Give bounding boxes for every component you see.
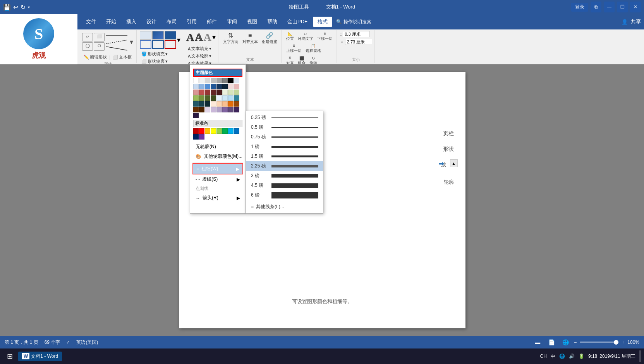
color-cell[interactable]	[193, 95, 199, 101]
shape-outline-btn[interactable]: ⬜形状轮廓▾	[140, 58, 169, 64]
color-cell[interactable]	[199, 90, 204, 95]
input-mode[interactable]: 中	[551, 353, 555, 360]
group-btn[interactable]: ⬛组合	[296, 55, 307, 65]
color-cell[interactable]	[222, 78, 228, 83]
color-cell[interactable]	[211, 101, 216, 107]
color-cell[interactable]	[234, 90, 239, 95]
text-direction-btn[interactable]: ⇅ 文字方向	[222, 31, 240, 45]
text-align-btn[interactable]: ≡ 对齐文本	[241, 31, 259, 45]
restore-button2[interactable]: ⧉	[591, 2, 601, 12]
lineweight-item[interactable]: 3 磅	[246, 171, 323, 181]
text-effect-btn[interactable]: A文本效果▾	[186, 60, 213, 64]
other-outline-option[interactable]: 🎨 其他轮廓颜色(M)...	[192, 152, 243, 161]
lineweight-item[interactable]: 4.5 磅	[246, 181, 323, 190]
menu-layout[interactable]: 布局	[162, 17, 181, 27]
weight-option[interactable]: ≡ 粗细(W) ▶	[192, 163, 243, 174]
color-cell[interactable]	[216, 78, 222, 83]
wordart-a2[interactable]: A	[195, 31, 203, 43]
no-outline-option[interactable]: 无轮廓(N)	[192, 142, 243, 152]
view-web-btn[interactable]: 🌐	[560, 337, 571, 348]
color-cell[interactable]	[222, 95, 228, 101]
art-expand[interactable]: ▾	[212, 33, 216, 41]
menu-view[interactable]: 视图	[242, 17, 262, 27]
color-cell[interactable]	[216, 84, 222, 89]
color-cell[interactable]	[211, 90, 216, 95]
undo-icon[interactable]: ↩	[13, 3, 18, 11]
style-swatch-2[interactable]	[152, 31, 164, 40]
color-cell[interactable]	[222, 84, 228, 89]
color-cell[interactable]	[228, 84, 234, 89]
lineweight-item[interactable]: 0.75 磅	[246, 132, 323, 142]
color-cell[interactable]	[199, 95, 204, 101]
create-link-btn[interactable]: 🔗 创建链接	[260, 31, 279, 45]
arrow-option[interactable]: → 箭头(R) ▶	[192, 193, 243, 203]
wordart-a3[interactable]: A	[203, 31, 211, 43]
style-swatch-3[interactable]	[165, 31, 176, 40]
color-cell[interactable]	[228, 107, 234, 112]
show-desktop-btn[interactable]	[639, 350, 641, 362]
color-cell[interactable]	[205, 84, 210, 89]
color-cell[interactable]	[205, 90, 210, 95]
lineweight-item[interactable]: 2.25 磅	[246, 161, 323, 171]
save-icon[interactable]: 💾	[3, 3, 11, 11]
color-cell[interactable]	[205, 78, 210, 83]
text-outline-btn[interactable]: A文本轮廓▾	[186, 52, 213, 60]
shape-tool-1[interactable]: ▱	[82, 33, 93, 41]
view-normal-btn[interactable]: ▬	[532, 337, 543, 348]
send-back-btn[interactable]: ⬇上移一层	[285, 43, 303, 54]
ch-indicator[interactable]: CH	[540, 354, 547, 359]
redo-icon[interactable]: ↻	[21, 3, 26, 11]
shape-fill-btn[interactable]: 🪣形状填充▾	[140, 50, 169, 58]
height-input[interactable]	[343, 31, 370, 37]
lineweight-item[interactable]: 0.25 磅	[246, 113, 323, 122]
color-cell[interactable]	[234, 101, 239, 107]
style-swatch-5[interactable]	[152, 40, 164, 49]
color-cell[interactable]	[211, 107, 216, 112]
menu-insert[interactable]: 插入	[122, 17, 141, 27]
search-bar[interactable]: 🔍 操作说明搜索	[336, 19, 371, 25]
color-cell[interactable]	[216, 107, 222, 112]
menu-mail[interactable]: 邮件	[202, 17, 222, 27]
dashes-option[interactable]: - - 虚线(S) ▶	[192, 174, 243, 184]
edit-shape-btn[interactable]: ✏️编辑形状	[82, 53, 108, 61]
close-button[interactable]: ✕	[630, 2, 641, 12]
shape-tool-2[interactable]: ⬜	[94, 33, 105, 41]
style-swatch-4[interactable]	[140, 40, 151, 49]
color-cell[interactable]	[222, 128, 228, 134]
rotate-btn[interactable]: ↻旋转	[308, 55, 319, 65]
share-icon[interactable]: 👤	[622, 19, 628, 25]
wordart-a1[interactable]: A	[186, 31, 194, 43]
menu-help[interactable]: 帮助	[263, 17, 282, 27]
bring-forward-btn[interactable]: ⬆下移一层	[316, 31, 334, 42]
color-cell[interactable]	[228, 128, 234, 134]
color-cell[interactable]	[205, 95, 210, 101]
color-cell[interactable]	[211, 128, 216, 134]
color-cell[interactable]	[211, 95, 216, 101]
color-cell[interactable]	[228, 95, 234, 101]
color-cell[interactable]	[216, 101, 222, 107]
color-cell[interactable]	[199, 101, 204, 107]
lineweight-item[interactable]: 1.5 磅	[246, 152, 323, 161]
menu-file[interactable]: 文件	[81, 17, 101, 27]
lineweight-item[interactable]: 1 磅	[246, 142, 323, 152]
scroll-indicator[interactable]: ▲	[450, 159, 458, 167]
menu-start[interactable]: 开始	[101, 17, 121, 27]
menu-reference[interactable]: 引用	[182, 17, 201, 27]
zoom-plus[interactable]: +	[622, 340, 624, 345]
style-swatch-1[interactable]	[140, 31, 151, 40]
color-cell[interactable]	[216, 90, 222, 95]
color-cell[interactable]	[193, 113, 199, 118]
color-cell[interactable]	[216, 95, 222, 101]
color-cell[interactable]	[193, 107, 199, 112]
color-cell[interactable]	[228, 90, 234, 95]
color-cell[interactable]	[193, 134, 199, 140]
shapes-expand[interactable]: ▾	[129, 37, 134, 47]
text-fill-btn[interactable]: A文本填充▾	[186, 45, 213, 52]
color-cell[interactable]	[205, 107, 210, 112]
color-cell[interactable]	[216, 128, 222, 134]
color-cell[interactable]	[205, 128, 210, 134]
shape-tool-3[interactable]: ◯	[82, 42, 93, 51]
color-cell[interactable]	[205, 101, 210, 107]
menu-format[interactable]: 格式	[313, 17, 332, 27]
color-cell[interactable]	[234, 78, 239, 83]
